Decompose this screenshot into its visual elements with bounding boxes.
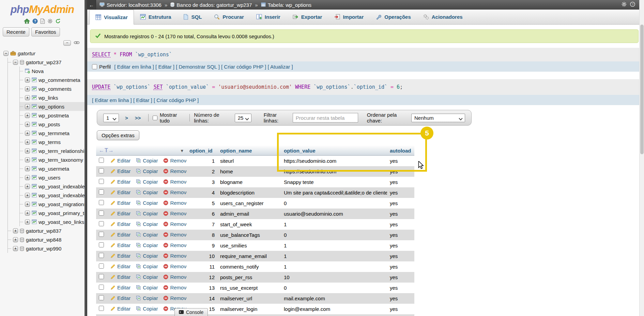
extra-options-button[interactable]: Opções extras: [97, 130, 139, 140]
copy-link[interactable]: Copiar: [136, 179, 158, 185]
delete-link[interactable]: Remover: [163, 253, 187, 259]
tree-table-wp_yoast_indexable[interactable]: wp_yoast_indexable: [39, 184, 85, 189]
phpmyadmin-logo[interactable]: phpMyAdmin: [0, 0, 85, 16]
tree-db-gatortur_wp237[interactable]: gatortur_wp237: [26, 59, 61, 65]
home-icon[interactable]: [24, 18, 30, 24]
help-icon[interactable]: ?: [630, 2, 635, 8]
row-checkbox[interactable]: [99, 285, 104, 290]
edit-link[interactable]: Editar: [110, 253, 131, 259]
edit-link[interactable]: Editar: [110, 189, 131, 195]
delete-link[interactable]: Remover: [163, 232, 187, 238]
row-checkbox[interactable]: [99, 158, 104, 163]
edit-link[interactable]: Editar: [110, 179, 131, 185]
favorites-button[interactable]: Favoritos: [31, 27, 60, 37]
copy-link[interactable]: Copiar: [136, 189, 158, 195]
row-checkbox[interactable]: [99, 200, 104, 205]
tree-table-wp_options[interactable]: wp_options: [39, 104, 64, 110]
copy-link[interactable]: Copiar: [136, 232, 158, 238]
expand-icon[interactable]: +: [25, 113, 30, 118]
copy-link[interactable]: Copiar: [136, 295, 158, 301]
tab-exportar[interactable]: Exportar: [287, 10, 328, 24]
column-arrows-icon[interactable]: ←T→: [99, 147, 114, 153]
expand-icon[interactable]: +: [25, 95, 30, 100]
edit-link[interactable]: Editar: [110, 211, 131, 216]
expand-icon[interactable]: +: [25, 77, 30, 83]
tree-table-wp_yoast_primary_term[interactable]: wp_yoast_primary_term: [39, 210, 85, 216]
row-checkbox[interactable]: [99, 189, 104, 195]
edit-link[interactable]: Editar: [110, 232, 131, 238]
tree-new-table[interactable]: Nova: [32, 68, 44, 74]
expand-icon[interactable]: +: [25, 219, 30, 225]
tree-table-wp_users[interactable]: wp_users: [39, 175, 60, 181]
tree-server[interactable]: gatortur: [18, 51, 35, 56]
action-link[interactable]: Criar código PHP: [156, 97, 196, 103]
edit-link[interactable]: Editar: [110, 168, 131, 174]
expand-icon[interactable]: +: [25, 148, 30, 154]
row-checkbox[interactable]: [99, 232, 104, 237]
copy-link[interactable]: Copiar: [136, 200, 158, 206]
collapse-icon[interactable]: −: [13, 60, 18, 65]
action-link[interactable]: Atualizar: [270, 64, 290, 70]
row-checkbox[interactable]: [99, 211, 104, 216]
tab-inserir[interactable]: Inserir: [250, 10, 287, 24]
tree-table-wp_posts[interactable]: wp_posts: [39, 121, 60, 127]
delete-link[interactable]: Remover: [163, 168, 187, 174]
action-link[interactable]: Criar código PHP: [224, 64, 263, 70]
row-checkbox[interactable]: [99, 306, 104, 311]
action-link[interactable]: Editar em linha: [95, 97, 129, 103]
expand-icon[interactable]: +: [25, 166, 30, 171]
tree-table-wp_term_taxonomy[interactable]: wp_term_taxonomy: [39, 157, 83, 163]
delete-link[interactable]: Remover: [163, 179, 187, 185]
expand-icon[interactable]: +: [13, 246, 18, 251]
tab-sql[interactable]: SQL: [177, 10, 208, 24]
console-button[interactable]: Console: [174, 308, 208, 316]
gear-icon[interactable]: [47, 18, 53, 24]
page-select[interactable]: 1: [103, 114, 119, 122]
tree-table-wp_yoast_seo_links[interactable]: wp_yoast_seo_links: [39, 219, 84, 225]
copy-link[interactable]: Copiar: [136, 285, 158, 290]
row-checkbox[interactable]: [99, 221, 104, 226]
expand-icon[interactable]: +: [25, 131, 30, 136]
tab-operações[interactable]: Operações: [370, 10, 417, 24]
tree-db-gatortur_wp990[interactable]: gatortur_wp990: [26, 246, 61, 252]
copy-link[interactable]: Copiar: [136, 158, 158, 163]
edit-link[interactable]: Editar: [110, 306, 131, 312]
expand-icon[interactable]: +: [13, 237, 18, 242]
link-icon[interactable]: [74, 40, 80, 46]
delete-link[interactable]: Remover: [163, 211, 187, 216]
tree-table-wp_terms[interactable]: wp_terms: [39, 139, 61, 145]
expand-icon[interactable]: +: [25, 175, 30, 180]
row-checkbox[interactable]: [99, 295, 104, 300]
tree-table-wp_links[interactable]: wp_links: [39, 95, 58, 101]
copy-link[interactable]: Copiar: [136, 168, 158, 174]
action-link[interactable]: Editar: [158, 64, 171, 70]
row-checkbox[interactable]: [99, 263, 104, 269]
tab-acionadores[interactable]: Acionadores: [417, 10, 469, 24]
vertical-scrollbar[interactable]: [639, 0, 644, 316]
delete-link[interactable]: Remover: [163, 285, 187, 290]
breadcrumb-server[interactable]: Servidor: localhost:3306: [99, 2, 162, 8]
copy-link[interactable]: Copiar: [136, 211, 158, 216]
delete-link[interactable]: Remover: [163, 189, 187, 195]
edit-link[interactable]: Editar: [110, 263, 131, 269]
gear-icon[interactable]: [622, 2, 627, 8]
edit-link[interactable]: Editar: [110, 200, 131, 206]
doc-icon[interactable]: [40, 18, 45, 24]
collapse-icon[interactable]: −: [3, 51, 9, 56]
copy-link[interactable]: Copiar: [136, 263, 158, 269]
expand-icon[interactable]: +: [25, 122, 30, 127]
row-checkbox[interactable]: [99, 242, 104, 247]
action-link[interactable]: Editar em linha: [117, 64, 151, 70]
help-icon[interactable]: ?: [32, 18, 38, 24]
tree-db-gatortur_wp837[interactable]: gatortur_wp837: [26, 228, 61, 234]
next-page-button[interactable]: >: [122, 114, 132, 122]
expand-icon[interactable]: +: [25, 140, 30, 145]
tree-table-wp_usermeta[interactable]: wp_usermeta: [39, 166, 69, 172]
edit-link[interactable]: Editar: [110, 158, 131, 163]
breadcrumb-database[interactable]: Banco de dados: gatortur_wp237: [170, 2, 252, 8]
row-checkbox[interactable]: [99, 253, 104, 258]
last-page-button[interactable]: >>: [132, 114, 144, 122]
sort-key-select[interactable]: Nenhum: [411, 114, 465, 122]
sidebar-divider[interactable]: [85, 0, 87, 316]
rows-per-page-select[interactable]: 25: [235, 114, 251, 122]
